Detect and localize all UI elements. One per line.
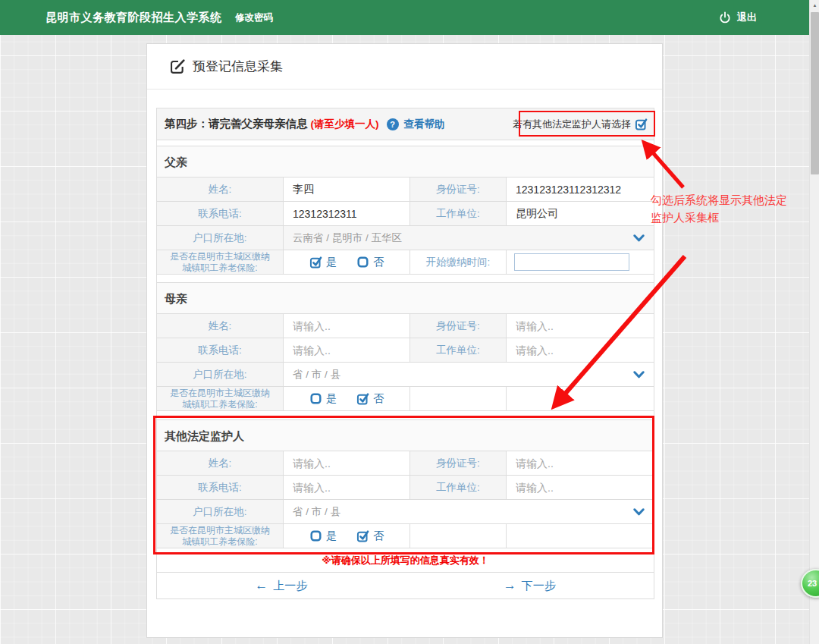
other-phone-label: 联系电话: [157,476,283,499]
checkbox-checked-icon[interactable] [356,392,369,405]
other-insurance-label: 是否在昆明市主城区缴纳 城镇职工养老保险: [157,524,283,548]
other-insurance-yes[interactable]: 是 [309,529,337,543]
father-row-name-id: 姓名: 身份证号: [157,177,654,202]
mother-insurance-options: 是 否 [283,387,410,410]
mother-insurance-label: 是否在昆明市主城区缴纳 城镇职工养老保险: [157,387,283,410]
arrow-right-icon: → [504,578,516,593]
page: 昆明市义务教育阶段招生入学系统 修改密码 退出 预登记信息采集 第四步：请完善父… [0,0,819,644]
chevron-down-icon[interactable] [633,508,645,516]
next-step-button[interactable]: → 下一步 [504,578,556,593]
other-workplace-input[interactable] [516,482,647,494]
scrollbar-up-arrow-icon[interactable]: ▲ [810,0,819,11]
other-row-insurance: 是否在昆明市主城区缴纳 城镇职工养老保险: 是 否 [157,524,654,548]
mother-id-input[interactable] [516,320,647,332]
warning-text: ※请确保以上所填写的信息真实有效！ [157,548,654,572]
panel-footer: ← 上一步 → 下一步 [157,572,654,598]
browser-scrollbar[interactable]: ▲ [809,0,819,644]
mother-name-label: 姓名: [157,314,283,338]
father-start-time-label: 开始缴纳时间: [410,250,506,274]
mother-phone-label: 联系电话: [157,338,283,362]
other-insurance-no[interactable]: 否 [356,529,384,543]
father-start-time-input[interactable] [514,253,629,271]
father-insurance-no[interactable]: 否 [356,256,384,269]
checkbox-checked-icon[interactable] [356,529,369,542]
mother-phone-input[interactable] [293,344,403,357]
father-insurance-options: 是 否 [283,250,410,274]
other-id-input[interactable] [516,457,647,470]
other-row-hukou: 户口所在地: 省 / 市 / 县 [157,500,654,524]
step-title: 第四步：请完善父亲母亲信息 [165,117,308,131]
other-guardian-toggle[interactable]: 若有其他法定监护人请选择 [513,118,648,131]
father-region-value: 云南省 / 昆明市 / 五华区 [293,231,402,245]
help-circle-icon[interactable]: ? [387,118,399,130]
step-panel: 第四步：请完善父亲母亲信息 (请至少填一人) ? 查看帮助 若有其他法定监护人请… [156,108,654,599]
edit-icon [169,58,185,74]
other-row-name-id: 姓名: 身份证号: [157,451,654,476]
father-id-label: 身份证号: [410,177,506,201]
top-navbar: 昆明市义务教育阶段招生入学系统 修改密码 退出 [0,0,819,35]
mother-empty-cell-2 [506,387,654,410]
other-guardian-toggle-label: 若有其他法定监护人请选择 [513,118,631,131]
other-guardian-section-title: 其他法定监护人 [157,419,654,451]
mother-row-insurance: 是否在昆明市主城区缴纳 城镇职工养老保险: 是 否 [157,387,654,411]
mother-name-input[interactable] [293,320,403,332]
other-insurance-options: 是 否 [283,524,410,548]
mother-hukou-label: 户口所在地: [157,363,283,386]
badge-count: 23 [808,579,817,588]
floating-green-badge[interactable]: 23 [801,569,819,598]
mother-workplace-input[interactable] [516,344,647,357]
father-phone-input[interactable] [293,208,403,220]
page-title: 预登记信息采集 [193,58,283,75]
logout-button[interactable]: 退出 [719,0,757,35]
scrollbar-thumb[interactable] [811,12,819,174]
father-section-title: 父亲 [157,146,654,177]
prev-step-button[interactable]: ← 上一步 [255,578,307,593]
chevron-down-icon[interactable] [633,371,645,379]
father-workplace-label: 工作单位: [410,202,506,225]
other-row-phone-work: 联系电话: 工作单位: [157,476,654,500]
other-hukou-label: 户口所在地: [157,500,283,523]
checkbox-unchecked-icon[interactable] [309,529,322,542]
mother-insurance-no[interactable]: 否 [356,392,384,406]
father-name-input[interactable] [293,184,403,196]
arrow-left-icon: ← [255,578,268,593]
card-title-row: 预登记信息采集 [147,44,662,90]
main-card: 预登记信息采集 第四步：请完善父亲母亲信息 (请至少填一人) ? 查看帮助 若有… [146,43,663,638]
mother-empty-cell-1 [410,387,506,410]
father-id-input[interactable] [516,184,647,196]
other-id-label: 身份证号: [410,451,506,475]
other-name-input[interactable] [293,457,403,470]
mother-workplace-label: 工作单位: [410,338,506,362]
father-row-phone-work: 联系电话: 工作单位: [157,202,654,226]
father-hukou-label: 户口所在地: [157,226,283,250]
father-start-time-cell [506,250,654,274]
panel-heading: 第四步：请完善父亲母亲信息 (请至少填一人) ? 查看帮助 若有其他法定监护人请… [157,108,654,140]
father-row-hukou: 户口所在地: 云南省 / 昆明市 / 五华区 [157,226,654,250]
other-region-select[interactable]: 省 / 市 / 县 [283,500,654,523]
step-note: (请至少填一人) [311,118,379,131]
mother-row-phone-work: 联系电话: 工作单位: [157,338,654,363]
power-icon [719,11,731,24]
father-insurance-label: 是否在昆明市主城区缴纳 城镇职工养老保险: [157,250,283,274]
father-workplace-input[interactable] [516,208,647,220]
logout-label: 退出 [737,11,757,24]
mother-row-name-id: 姓名: 身份证号: [157,314,654,338]
mother-insurance-yes[interactable]: 是 [309,392,337,406]
annotation-tip-text: 勾选后系统将显示其他法定 监护人采集框 [651,191,810,226]
father-row-insurance: 是否在昆明市主城区缴纳 城镇职工养老保险: 是 否 开始缴纳时间: [157,250,654,275]
mother-id-label: 身份证号: [410,314,506,338]
other-phone-input[interactable] [293,482,403,494]
mother-section-title: 母亲 [157,282,654,314]
checkbox-unchecked-icon[interactable] [356,256,369,269]
other-workplace-label: 工作单位: [410,476,506,499]
mother-region-value: 省 / 市 / 县 [293,368,340,382]
father-region-select[interactable]: 云南省 / 昆明市 / 五华区 [283,226,654,250]
chevron-down-icon[interactable] [633,234,645,242]
checkbox-unchecked-icon[interactable] [309,392,322,405]
checkbox-checked-icon[interactable] [309,256,322,269]
father-insurance-yes[interactable]: 是 [309,256,337,269]
change-password-link[interactable]: 修改密码 [235,0,273,35]
mother-region-select[interactable]: 省 / 市 / 县 [283,363,654,386]
checkbox-checked-icon[interactable] [635,118,648,130]
view-help-link[interactable]: 查看帮助 [404,118,445,131]
